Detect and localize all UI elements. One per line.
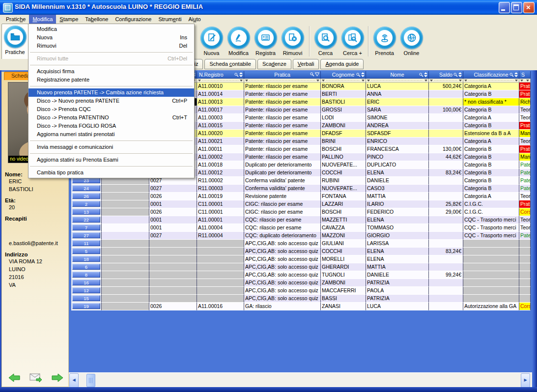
cell-nome[interactable]: ENRICO [366,138,429,145]
table-row[interactable]: 20001C11.00001CIGC: rilascio per esameLA… [71,200,532,208]
cell-registro[interactable]: A11.00020 [197,130,244,138]
cell-saldo[interactable]: 99,24€ [429,271,463,279]
cell-nome[interactable]: MATTIA [366,193,429,200]
cell-classif[interactable]: C.I.G.C. [463,200,519,208]
cell-stato[interactable]: Pate [519,177,531,185]
search-and-sort-icon[interactable] [509,72,518,77]
cell-stato[interactable]: Pate [519,169,531,177]
cell-classif[interactable]: Categoria B [463,145,519,153]
cell-pratica[interactable]: Patente: rilascio per esame [244,114,321,122]
table-row[interactable]: 220001A11.00001CQC: rilascio per esameMA… [71,216,532,224]
cell-nome[interactable]: ILARIO [366,200,429,208]
cell-stato[interactable]: Man [519,153,531,161]
cell-stato[interactable] [519,279,531,287]
cell-registro[interactable]: A11.00010 [197,83,244,90]
tab-agenda-guide[interactable]: Agenda guide [320,59,364,69]
cell-saldo[interactable]: 83,24€ [429,169,463,177]
cell-saldo[interactable]: 29,00€ [429,208,463,216]
close-button[interactable] [523,2,535,13]
cell-num[interactable]: 18 [71,255,102,263]
cell-pratica[interactable]: CIGC: rilascio per esame [244,208,321,216]
cell-cognome[interactable]: FONTANA [321,193,366,200]
cell-nome[interactable]: PAOLA [366,287,429,295]
cell-cognome[interactable]: BOSCHI [321,145,366,153]
menu-item-nuova[interactable]: NuovaIns [28,33,194,42]
cell-statino[interactable]: 0001 [149,216,197,224]
cell-pratica[interactable]: Patente: rilascio per esame [244,98,321,106]
cell-pratica[interactable]: CQC: rilascio per esame [244,224,321,232]
cell-num[interactable]: 26 [71,193,102,200]
cell-classif[interactable] [463,255,519,263]
cell-stato[interactable]: Cors [519,303,531,310]
cell-pratica[interactable]: Patente: rilascio per esame [244,153,321,161]
scroll-left-button[interactable]: ◀ [69,373,79,388]
cell-num[interactable]: 19 [71,303,102,310]
cell-classif[interactable] [463,287,519,295]
row-number-button[interactable]: 2 [72,201,100,207]
registra-toolbar-button[interactable]: Registra [252,25,279,56]
cell-pratica[interactable]: Patente: rilascio per esame [244,83,321,90]
search-and-sort-icon[interactable] [356,72,365,77]
cell-classif[interactable]: Categoria B [463,161,519,169]
table-row[interactable]: 190026A11.00016GA: rilascioZANASILUCAAut… [71,303,532,310]
cerca-toolbar-button[interactable]: Cerca [312,25,339,56]
cell-registro[interactable]: R11.00003 [197,185,244,193]
cell-num[interactable]: 15 [71,295,102,303]
cell-cognome[interactable]: DFADSF [321,130,366,138]
table-row[interactable]: 11APC,CIG,AB: solo accesso quizGIULIANIL… [71,240,532,248]
cell-saldo[interactable] [429,232,463,240]
cell-nome[interactable]: PATRIZIA [366,295,429,303]
cell-classif[interactable]: Categoria A [463,83,519,90]
modifica-toolbar-button[interactable]: Modifica [225,25,252,56]
cell-statino[interactable]: 0026 [149,193,197,200]
cell-stato[interactable]: Teor [519,138,531,145]
next-record-button[interactable] [51,373,64,384]
table-row[interactable]: 8APC,CIG,AB: solo accesso quizTUGNOLIDAN… [71,271,532,279]
cell-statino[interactable] [149,255,197,263]
menubar-item-stampe[interactable]: Stampe [56,15,82,24]
prenota-toolbar-button[interactable]: Prenota [371,25,398,56]
cell-classif[interactable] [463,263,519,271]
row-number-button[interactable]: 22 [72,217,100,223]
cell-statino[interactable]: 0001 [149,224,197,232]
cell-cognome[interactable]: BOSCHI [321,208,366,216]
cell-stato[interactable]: Prati [519,200,531,208]
cell-stato[interactable] [519,287,531,295]
menu-item-aggiorna-numeri-statini-prenotati[interactable]: Aggiorna numeri statini prenotati [28,130,194,139]
cell-nome[interactable]: FRANCESCA [366,145,429,153]
previous-record-button[interactable] [8,373,21,384]
cell-registro[interactable]: A11.00018 [197,161,244,169]
cell-registro[interactable]: R11.00004 [197,232,244,240]
cell-statino[interactable] [149,271,197,279]
rimuovi-toolbar-button[interactable]: Rimuovi [279,25,306,56]
maximize-button[interactable] [511,2,522,13]
row-number-button[interactable]: 5 [72,248,100,254]
cell-statino[interactable]: 0001 [149,200,197,208]
cell-registro[interactable]: R11.00002 [197,177,244,185]
cell-classif[interactable]: Categoria B [463,169,519,177]
cell-cognome[interactable]: ZANASI [321,303,366,310]
table-row[interactable]: 15APC,CIG,AB: solo accesso quizBASSIPATR… [71,295,532,303]
filter-cell[interactable] [197,79,244,83]
cell-cognome[interactable]: BASTIOLI [321,98,366,106]
cell-statino[interactable]: 0027 [149,232,197,240]
cell-c2[interactable] [102,248,149,255]
cell-saldo[interactable] [429,130,463,138]
cell-num[interactable]: 13 [71,208,102,216]
cell-pratica[interactable]: CIGC: rilascio per esame [244,200,321,208]
search-and-filter-icon[interactable] [310,72,319,77]
cell-stato[interactable] [519,263,531,271]
cell-pratica[interactable]: APC,CIG,AB: solo accesso quiz [244,279,321,287]
table-row[interactable]: 12APC,CIG,AB: solo accesso quizMACCAFERR… [71,287,532,295]
table-row[interactable]: 260026A11.00019Revisione patenteFONTANAM… [71,193,532,200]
cell-pratica[interactable]: Conferma validita' patente [244,185,321,193]
cell-num[interactable]: 6 [71,263,102,271]
cell-saldo[interactable]: 25,82€ [429,200,463,208]
minimize-button[interactable] [499,2,510,13]
cell-cognome[interactable]: BERTI [321,90,366,98]
cell-classif[interactable] [463,295,519,303]
table-row[interactable]: 6APC,CIG,AB: solo accesso quizGHERARDIMA… [71,263,532,271]
cell-classif[interactable]: CQC - Trasporto merci [463,232,519,240]
cell-stato[interactable]: Man [519,130,531,138]
cell-pratica[interactable]: Duplicato per deterioramento [244,161,321,169]
